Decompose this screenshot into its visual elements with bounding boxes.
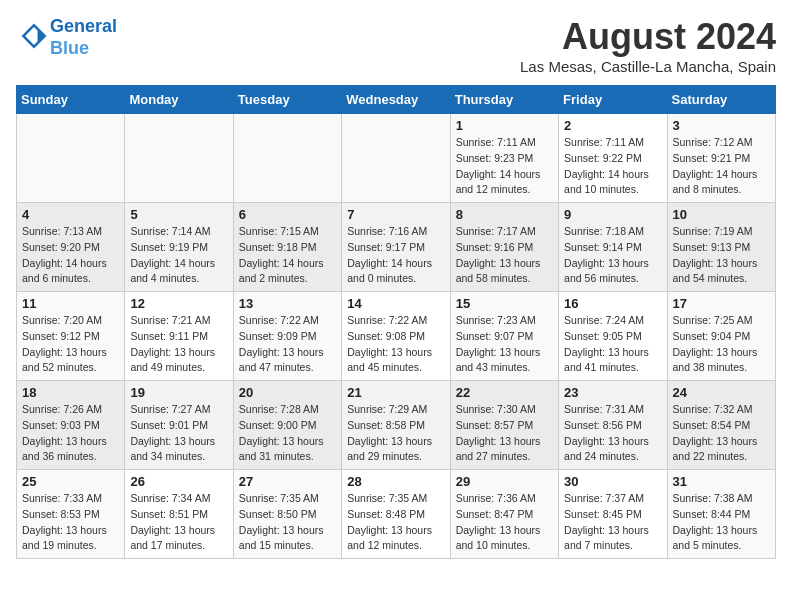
day-number: 17 — [673, 296, 770, 311]
day-number: 19 — [130, 385, 227, 400]
day-info: Sunrise: 7:27 AMSunset: 9:01 PMDaylight:… — [130, 402, 227, 465]
day-cell-23: 23Sunrise: 7:31 AMSunset: 8:56 PMDayligh… — [559, 381, 667, 470]
day-info: Sunrise: 7:11 AMSunset: 9:22 PMDaylight:… — [564, 135, 661, 198]
empty-cell — [342, 114, 450, 203]
day-number: 22 — [456, 385, 553, 400]
day-number: 20 — [239, 385, 336, 400]
month-title: August 2024 — [520, 16, 776, 58]
day-info: Sunrise: 7:30 AMSunset: 8:57 PMDaylight:… — [456, 402, 553, 465]
day-info: Sunrise: 7:35 AMSunset: 8:50 PMDaylight:… — [239, 491, 336, 554]
day-number: 8 — [456, 207, 553, 222]
day-cell-7: 7Sunrise: 7:16 AMSunset: 9:17 PMDaylight… — [342, 203, 450, 292]
day-cell-31: 31Sunrise: 7:38 AMSunset: 8:44 PMDayligh… — [667, 470, 775, 559]
day-cell-13: 13Sunrise: 7:22 AMSunset: 9:09 PMDayligh… — [233, 292, 341, 381]
day-info: Sunrise: 7:17 AMSunset: 9:16 PMDaylight:… — [456, 224, 553, 287]
day-number: 15 — [456, 296, 553, 311]
day-info: Sunrise: 7:14 AMSunset: 9:19 PMDaylight:… — [130, 224, 227, 287]
day-number: 28 — [347, 474, 444, 489]
day-number: 31 — [673, 474, 770, 489]
day-number: 23 — [564, 385, 661, 400]
day-number: 6 — [239, 207, 336, 222]
day-header-saturday: Saturday — [667, 86, 775, 114]
day-cell-27: 27Sunrise: 7:35 AMSunset: 8:50 PMDayligh… — [233, 470, 341, 559]
day-cell-6: 6Sunrise: 7:15 AMSunset: 9:18 PMDaylight… — [233, 203, 341, 292]
day-cell-30: 30Sunrise: 7:37 AMSunset: 8:45 PMDayligh… — [559, 470, 667, 559]
day-info: Sunrise: 7:24 AMSunset: 9:05 PMDaylight:… — [564, 313, 661, 376]
day-cell-19: 19Sunrise: 7:27 AMSunset: 9:01 PMDayligh… — [125, 381, 233, 470]
day-cell-4: 4Sunrise: 7:13 AMSunset: 9:20 PMDaylight… — [17, 203, 125, 292]
day-header-monday: Monday — [125, 86, 233, 114]
day-cell-22: 22Sunrise: 7:30 AMSunset: 8:57 PMDayligh… — [450, 381, 558, 470]
day-header-wednesday: Wednesday — [342, 86, 450, 114]
day-info: Sunrise: 7:22 AMSunset: 9:08 PMDaylight:… — [347, 313, 444, 376]
page-header: GeneralBlue August 2024 Las Mesas, Casti… — [16, 16, 776, 75]
day-info: Sunrise: 7:35 AMSunset: 8:48 PMDaylight:… — [347, 491, 444, 554]
day-cell-1: 1Sunrise: 7:11 AMSunset: 9:23 PMDaylight… — [450, 114, 558, 203]
logo-text: GeneralBlue — [50, 16, 117, 59]
day-number: 26 — [130, 474, 227, 489]
week-row-5: 25Sunrise: 7:33 AMSunset: 8:53 PMDayligh… — [17, 470, 776, 559]
day-cell-2: 2Sunrise: 7:11 AMSunset: 9:22 PMDaylight… — [559, 114, 667, 203]
day-cell-26: 26Sunrise: 7:34 AMSunset: 8:51 PMDayligh… — [125, 470, 233, 559]
day-number: 27 — [239, 474, 336, 489]
day-number: 1 — [456, 118, 553, 133]
week-row-2: 4Sunrise: 7:13 AMSunset: 9:20 PMDaylight… — [17, 203, 776, 292]
day-header-thursday: Thursday — [450, 86, 558, 114]
day-cell-14: 14Sunrise: 7:22 AMSunset: 9:08 PMDayligh… — [342, 292, 450, 381]
day-number: 30 — [564, 474, 661, 489]
day-number: 2 — [564, 118, 661, 133]
day-info: Sunrise: 7:37 AMSunset: 8:45 PMDaylight:… — [564, 491, 661, 554]
day-cell-24: 24Sunrise: 7:32 AMSunset: 8:54 PMDayligh… — [667, 381, 775, 470]
day-number: 4 — [22, 207, 119, 222]
empty-cell — [17, 114, 125, 203]
day-info: Sunrise: 7:38 AMSunset: 8:44 PMDaylight:… — [673, 491, 770, 554]
day-info: Sunrise: 7:32 AMSunset: 8:54 PMDaylight:… — [673, 402, 770, 465]
day-info: Sunrise: 7:15 AMSunset: 9:18 PMDaylight:… — [239, 224, 336, 287]
day-header-friday: Friday — [559, 86, 667, 114]
day-info: Sunrise: 7:21 AMSunset: 9:11 PMDaylight:… — [130, 313, 227, 376]
week-row-4: 18Sunrise: 7:26 AMSunset: 9:03 PMDayligh… — [17, 381, 776, 470]
day-cell-10: 10Sunrise: 7:19 AMSunset: 9:13 PMDayligh… — [667, 203, 775, 292]
day-number: 21 — [347, 385, 444, 400]
day-cell-12: 12Sunrise: 7:21 AMSunset: 9:11 PMDayligh… — [125, 292, 233, 381]
day-info: Sunrise: 7:16 AMSunset: 9:17 PMDaylight:… — [347, 224, 444, 287]
day-info: Sunrise: 7:33 AMSunset: 8:53 PMDaylight:… — [22, 491, 119, 554]
day-info: Sunrise: 7:12 AMSunset: 9:21 PMDaylight:… — [673, 135, 770, 198]
day-info: Sunrise: 7:25 AMSunset: 9:04 PMDaylight:… — [673, 313, 770, 376]
day-cell-9: 9Sunrise: 7:18 AMSunset: 9:14 PMDaylight… — [559, 203, 667, 292]
day-cell-21: 21Sunrise: 7:29 AMSunset: 8:58 PMDayligh… — [342, 381, 450, 470]
day-info: Sunrise: 7:29 AMSunset: 8:58 PMDaylight:… — [347, 402, 444, 465]
location: Las Mesas, Castille-La Mancha, Spain — [520, 58, 776, 75]
day-header-sunday: Sunday — [17, 86, 125, 114]
day-cell-3: 3Sunrise: 7:12 AMSunset: 9:21 PMDaylight… — [667, 114, 775, 203]
week-row-3: 11Sunrise: 7:20 AMSunset: 9:12 PMDayligh… — [17, 292, 776, 381]
day-number: 7 — [347, 207, 444, 222]
day-info: Sunrise: 7:20 AMSunset: 9:12 PMDaylight:… — [22, 313, 119, 376]
day-info: Sunrise: 7:28 AMSunset: 9:00 PMDaylight:… — [239, 402, 336, 465]
day-info: Sunrise: 7:23 AMSunset: 9:07 PMDaylight:… — [456, 313, 553, 376]
day-number: 29 — [456, 474, 553, 489]
day-number: 13 — [239, 296, 336, 311]
day-cell-17: 17Sunrise: 7:25 AMSunset: 9:04 PMDayligh… — [667, 292, 775, 381]
day-number: 9 — [564, 207, 661, 222]
days-header-row: SundayMondayTuesdayWednesdayThursdayFrid… — [17, 86, 776, 114]
day-number: 25 — [22, 474, 119, 489]
day-number: 12 — [130, 296, 227, 311]
day-info: Sunrise: 7:18 AMSunset: 9:14 PMDaylight:… — [564, 224, 661, 287]
day-info: Sunrise: 7:22 AMSunset: 9:09 PMDaylight:… — [239, 313, 336, 376]
day-cell-18: 18Sunrise: 7:26 AMSunset: 9:03 PMDayligh… — [17, 381, 125, 470]
day-cell-8: 8Sunrise: 7:17 AMSunset: 9:16 PMDaylight… — [450, 203, 558, 292]
day-cell-15: 15Sunrise: 7:23 AMSunset: 9:07 PMDayligh… — [450, 292, 558, 381]
day-number: 11 — [22, 296, 119, 311]
day-info: Sunrise: 7:31 AMSunset: 8:56 PMDaylight:… — [564, 402, 661, 465]
empty-cell — [233, 114, 341, 203]
day-cell-20: 20Sunrise: 7:28 AMSunset: 9:00 PMDayligh… — [233, 381, 341, 470]
day-number: 18 — [22, 385, 119, 400]
logo: GeneralBlue — [16, 16, 117, 59]
day-number: 5 — [130, 207, 227, 222]
day-cell-25: 25Sunrise: 7:33 AMSunset: 8:53 PMDayligh… — [17, 470, 125, 559]
day-number: 16 — [564, 296, 661, 311]
day-info: Sunrise: 7:26 AMSunset: 9:03 PMDaylight:… — [22, 402, 119, 465]
week-row-1: 1Sunrise: 7:11 AMSunset: 9:23 PMDaylight… — [17, 114, 776, 203]
title-block: August 2024 Las Mesas, Castille-La Manch… — [520, 16, 776, 75]
